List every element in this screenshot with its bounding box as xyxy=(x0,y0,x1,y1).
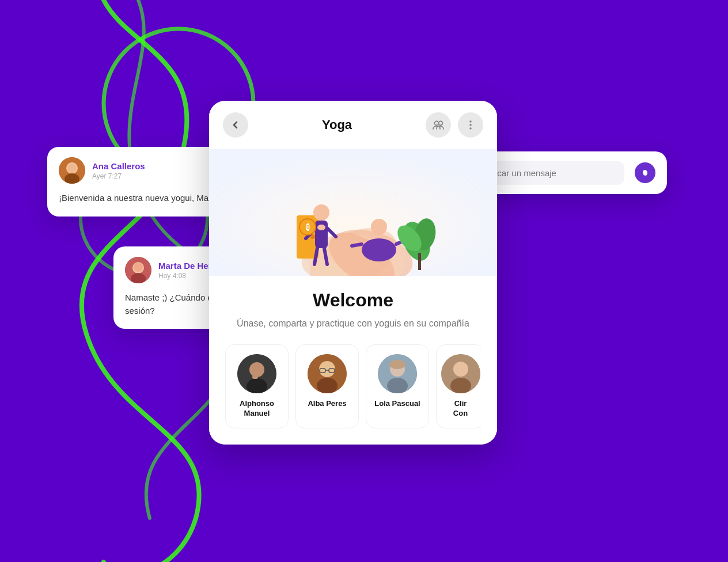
svg-point-58 xyxy=(389,360,405,369)
avatar-alba xyxy=(308,354,347,393)
svg-point-19 xyxy=(469,127,472,130)
svg-point-17 xyxy=(469,120,472,123)
groups-button[interactable] xyxy=(426,112,451,138)
header-icons xyxy=(426,112,483,138)
member-name-lola: Lola Pascual xyxy=(374,399,420,409)
member-name-alphonso: AlphonsoManuel xyxy=(240,399,274,419)
member-card-alphonso[interactable]: AlphonsoManuel xyxy=(225,344,289,428)
svg-point-57 xyxy=(387,378,408,393)
back-button[interactable] xyxy=(223,112,248,138)
svg-point-18 xyxy=(469,124,472,126)
welcome-subtitle: Únase, comparta y practique con yoguis e… xyxy=(225,317,481,331)
avatar-marta xyxy=(125,257,151,283)
avatar-ana xyxy=(59,157,85,184)
svg-point-36 xyxy=(362,238,396,261)
member-card-alba[interactable]: Alba Peres xyxy=(295,344,359,428)
member-name-clir: ClírCon xyxy=(453,399,468,419)
more-options-button[interactable] xyxy=(458,112,483,138)
avatar-clir xyxy=(441,354,480,393)
avatar-alphonso xyxy=(237,354,276,393)
yoga-card-body: Welcome Únase, comparta y practique con … xyxy=(209,276,497,445)
svg-point-35 xyxy=(371,219,387,235)
svg-point-51 xyxy=(317,378,338,393)
svg-point-5 xyxy=(67,164,77,173)
svg-text:₿: ₿ xyxy=(306,222,310,231)
welcome-title: Welcome xyxy=(225,290,481,311)
svg-point-9 xyxy=(134,263,143,272)
member-card-lola[interactable]: Lola Pascual xyxy=(366,344,429,428)
yoga-card-header: Yoga xyxy=(209,101,497,149)
yoga-hero-image: ₿ xyxy=(209,149,497,276)
svg-line-37 xyxy=(352,244,362,246)
svg-point-15 xyxy=(435,121,439,126)
send-message-button[interactable] xyxy=(632,160,658,185)
svg-point-60 xyxy=(453,362,468,377)
svg-rect-42 xyxy=(418,253,421,270)
member-name-alba: Alba Peres xyxy=(308,399,346,409)
yoga-app-card: Yoga xyxy=(209,101,497,445)
send-icon xyxy=(635,162,655,183)
svg-point-46 xyxy=(249,362,264,377)
svg-point-34 xyxy=(317,225,325,230)
avatar-lola xyxy=(378,354,417,393)
svg-point-50 xyxy=(319,361,335,377)
member-card-clir[interactable]: ClírCon xyxy=(436,344,481,428)
svg-rect-48 xyxy=(252,375,258,379)
members-row: AlphonsoManuel Alba Peres xyxy=(225,344,481,428)
svg-point-61 xyxy=(450,378,471,393)
svg-point-16 xyxy=(439,121,443,126)
svg-point-28 xyxy=(313,204,329,221)
yoga-card-title: Yoga xyxy=(322,117,352,132)
